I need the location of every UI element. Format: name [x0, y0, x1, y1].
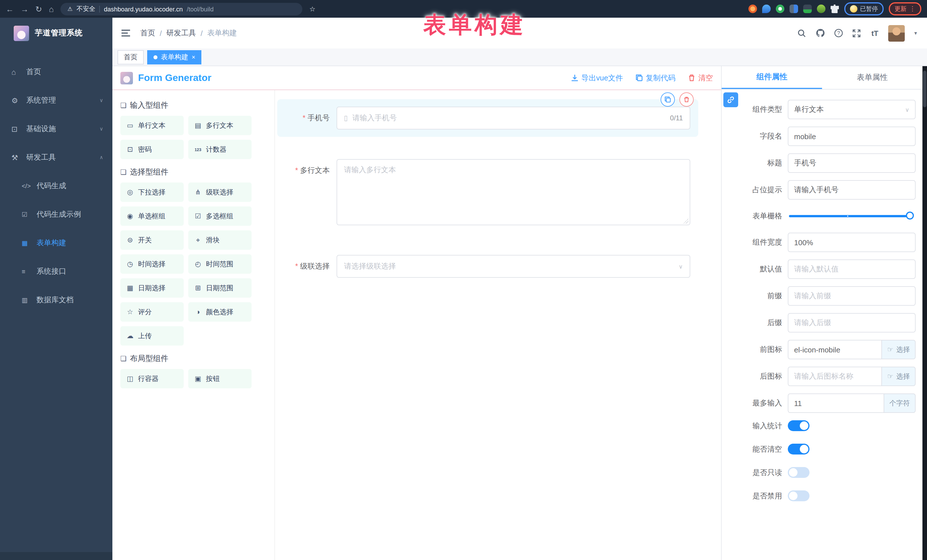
home-icon[interactable]: ⌂	[49, 5, 54, 13]
scrollbar-thumb[interactable]	[923, 71, 926, 107]
textarea-input[interactable]: 请输入多行文本	[337, 159, 690, 225]
user-menu-caret-icon[interactable]: ▼	[913, 30, 918, 36]
font-size-icon[interactable]: tT	[870, 28, 880, 38]
grid-slider[interactable]	[789, 215, 910, 217]
github-icon[interactable]	[815, 28, 825, 38]
palette-item-cascader[interactable]: ⋔级联选择	[188, 182, 252, 202]
sidebar-item-code-gen[interactable]: </> 代码生成	[0, 171, 112, 200]
slider-knob[interactable]	[906, 212, 914, 220]
palette-section-title: ❏ 布局型组件	[120, 354, 267, 364]
prop-max-input: 最多输入 11 个字符	[727, 393, 916, 413]
warning-icon: ⚠	[67, 6, 73, 12]
extension-icon[interactable]	[803, 5, 812, 13]
tab-home[interactable]: 首页	[117, 50, 144, 64]
mobile-input[interactable]: ▯ 请输入手机号 0/11	[337, 107, 690, 129]
palette-item-date-range[interactable]: ⊞日期范围	[188, 278, 252, 298]
sidebar-item-infra[interactable]: ⊡ 基础设施 ∨	[0, 115, 112, 143]
default-value-input[interactable]: 请输入默认值	[788, 260, 916, 279]
field-name-input[interactable]: mobile	[788, 127, 916, 146]
breadcrumb-home[interactable]: 首页	[140, 28, 155, 38]
help-icon[interactable]: ?	[833, 28, 843, 38]
menu-dots-icon[interactable]: ⋮	[909, 5, 916, 12]
form-field-cascader[interactable]: 级联选择 请选择级联选择 ∨	[277, 247, 698, 285]
breadcrumb-separator: /	[201, 29, 202, 37]
search-icon[interactable]	[797, 28, 807, 38]
breadcrumb-section[interactable]: 研发工具	[166, 28, 196, 38]
duplicate-field-button[interactable]	[661, 93, 675, 107]
choose-suffix-icon-button[interactable]: ☞ 选择	[882, 367, 916, 386]
palette-item-switch[interactable]: ⊜开关	[120, 231, 184, 250]
link-handle-button[interactable]	[723, 93, 738, 107]
form-field-textarea[interactable]: 多行文本 请输入多行文本	[277, 152, 698, 233]
prefix-icon-input[interactable]: el-icon-mobile	[788, 340, 882, 359]
bookmark-star-icon[interactable]: ☆	[309, 5, 316, 13]
sidebar-item-api[interactable]: ≡ 系统接口	[0, 257, 112, 286]
address-bar[interactable]: ⚠ 不安全 dashboard.yudao.iocoder.cn/tool/bu…	[61, 3, 302, 15]
sidebar-item-home[interactable]: ⌂ 首页	[0, 58, 112, 86]
palette-item-time-picker[interactable]: ◷时间选择	[120, 254, 184, 274]
form-field-mobile[interactable]: 手机号 ▯ 请输入手机号 0/11	[277, 99, 698, 137]
component-type-select[interactable]: 单行文本 ∨	[788, 100, 916, 119]
collapse-menu-icon[interactable]	[122, 30, 130, 36]
tab-component-props[interactable]: 组件属性	[722, 66, 822, 89]
palette-item-select[interactable]: ◎下拉选择	[120, 182, 184, 202]
calendar-range-icon: ⊞	[194, 284, 202, 292]
palette-item-checkbox-group[interactable]: ☑多选框组	[188, 206, 252, 226]
extension-icon[interactable]	[789, 5, 798, 13]
page-scrollbar[interactable]	[922, 66, 927, 560]
export-vue-button[interactable]: 导出vue文件	[571, 73, 623, 83]
palette-item-date-picker[interactable]: ▦日期选择	[120, 278, 184, 298]
choose-prefix-icon-button[interactable]: ☞ 选择	[882, 340, 916, 359]
copy-code-button[interactable]: 复制代码	[635, 73, 675, 83]
clear-button[interactable]: 清空	[688, 73, 713, 83]
palette-item-radio-group[interactable]: ◉单选框组	[120, 206, 184, 226]
palette-item-counter[interactable]: 123计数器	[188, 140, 252, 159]
palette-item-color-picker[interactable]: ◑颜色选择	[188, 302, 252, 322]
delete-field-button[interactable]	[679, 93, 694, 107]
readonly-toggle[interactable]	[788, 467, 810, 478]
sidebar-item-form-build[interactable]: ▦ 表单构建	[0, 229, 112, 257]
palette-item-time-range[interactable]: ◴时间范围	[188, 254, 252, 274]
palette-item-upload[interactable]: ☁上传	[120, 326, 184, 346]
cascader-input[interactable]: 请选择级联选择 ∨	[337, 255, 690, 278]
palette-item-rate[interactable]: ☆评分	[120, 302, 184, 322]
palette-icon: ◑	[194, 308, 202, 316]
extension-icon[interactable]	[748, 5, 757, 13]
extensions-puzzle-icon[interactable]	[830, 5, 839, 13]
reload-icon[interactable]: ↻	[35, 5, 42, 13]
sidebar-item-code-demo[interactable]: ☑ 代码生成示例	[0, 200, 112, 229]
tab-form-props[interactable]: 表单属性	[822, 66, 922, 89]
palette-item-slider[interactable]: ⌖滑块	[188, 231, 252, 250]
extension-icon[interactable]	[762, 5, 770, 13]
tab-form-build[interactable]: 表单构建 ×	[147, 50, 202, 64]
prefix-input[interactable]: 请输入前缀	[788, 286, 916, 306]
palette-item-password[interactable]: ⊡密码	[120, 140, 184, 159]
forward-icon[interactable]: →	[21, 5, 29, 13]
extension-icon[interactable]	[817, 5, 825, 13]
input-stats-toggle[interactable]	[788, 420, 810, 431]
sidebar-item-db-doc[interactable]: ▥ 数据库文档	[0, 286, 112, 314]
placeholder-input[interactable]: 请输入手机号	[788, 180, 916, 200]
palette-item-input[interactable]: ▭单行文本	[120, 116, 184, 135]
suffix-input[interactable]: 请输入后缀	[788, 313, 916, 332]
close-icon[interactable]: ×	[191, 54, 195, 61]
palette-item-textarea[interactable]: ▤多行文本	[188, 116, 252, 135]
suffix-icon-input[interactable]: 请输入后图标名称	[788, 367, 882, 386]
sidebar-item-system[interactable]: ⚙ 系统管理 ∨	[0, 86, 112, 115]
user-avatar[interactable]	[888, 25, 905, 41]
lock-icon: ⊡	[126, 146, 134, 153]
disabled-toggle[interactable]	[788, 490, 810, 501]
fullscreen-icon[interactable]	[852, 28, 862, 38]
max-input-field[interactable]: 11	[788, 393, 884, 413]
back-icon[interactable]: ←	[6, 5, 14, 13]
update-button[interactable]: 更新 ⋮	[889, 2, 921, 15]
resize-grip-icon[interactable]	[684, 219, 688, 223]
sidebar-item-devtools[interactable]: ⚒ 研发工具 ∧	[0, 143, 112, 171]
title-input[interactable]: 手机号	[788, 153, 916, 173]
extension-icon[interactable]	[775, 5, 784, 13]
paused-pill[interactable]: 已暂停	[844, 2, 884, 15]
width-input[interactable]: 100%	[788, 233, 916, 252]
palette-item-button[interactable]: ▣按钮	[188, 369, 252, 389]
clearable-toggle[interactable]	[788, 444, 810, 454]
palette-item-row-container[interactable]: ◫行容器	[120, 369, 184, 389]
